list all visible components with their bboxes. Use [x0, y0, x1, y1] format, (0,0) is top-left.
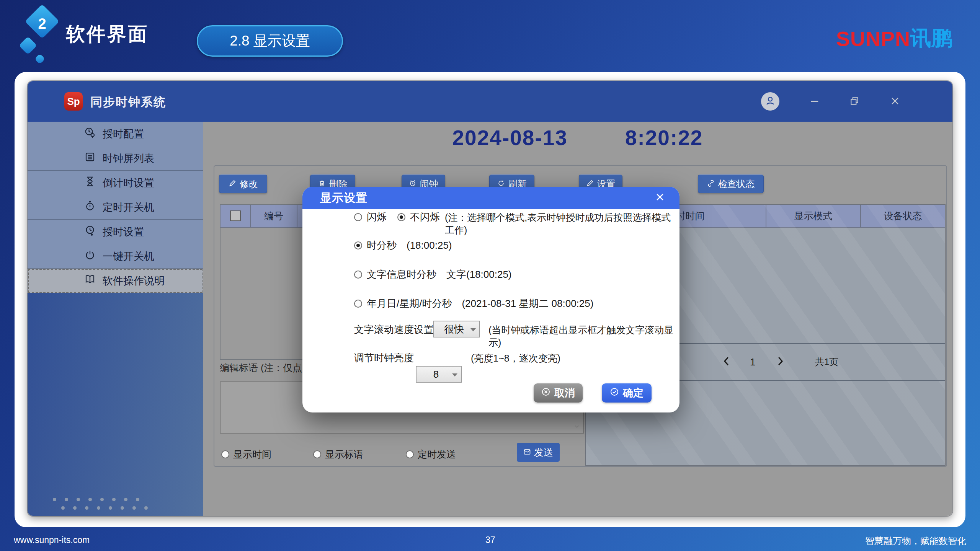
mode-example: (18:00:25)	[407, 240, 452, 251]
minimize-icon	[809, 96, 820, 108]
scroll-speed-note: (当时钟或标语超出显示框才触发文字滚动显示)	[488, 324, 679, 349]
brand-latin: SUNPN	[836, 27, 910, 51]
mode-example: 文字(18:00:25)	[446, 268, 512, 281]
slide-title: 软件界面	[66, 21, 149, 47]
section-number: 2	[30, 11, 54, 36]
datetime-display: 2024-08-13 8:20:22	[203, 126, 952, 150]
scroll-speed-select[interactable]: 很快	[433, 321, 480, 337]
hourglass-icon	[84, 176, 96, 190]
diamond-decoration-small	[34, 54, 45, 64]
send-button[interactable]: 发送	[517, 443, 560, 462]
current-time: 8:20:22	[625, 126, 703, 150]
dots-decoration-row2	[61, 506, 148, 510]
radio-mode-full-date[interactable]: 年月日/星期/时分秒 (2021-08-31 星期二 08:00:25)	[354, 297, 593, 310]
maximize-button[interactable]	[848, 96, 861, 108]
cancel-button[interactable]: 取消	[534, 383, 583, 403]
select-all-cell	[220, 205, 251, 227]
diamond-decoration-medium	[19, 36, 37, 55]
radio-icon	[354, 300, 362, 308]
radio-label: 显示标语	[325, 448, 363, 461]
radio-icon-selected	[397, 213, 405, 221]
sidebar-item-label: 定时开关机	[103, 201, 154, 214]
radio-blink[interactable]: 闪烁	[354, 210, 387, 224]
radio-label: 年月日/星期/时分秒	[367, 297, 452, 310]
radio-icon	[221, 450, 229, 458]
user-avatar-button[interactable]	[761, 92, 779, 111]
dialog-header[interactable]: 显示设置	[302, 187, 679, 209]
check-status-label: 检查状态	[718, 178, 755, 190]
modify-label: 修改	[240, 178, 258, 190]
radio-scheduled-send[interactable]: 定时发送	[406, 448, 456, 461]
brand-cjk: 讯鹏	[910, 24, 952, 52]
column-header-number: 编号	[251, 205, 297, 227]
chapter-badge: 2.8 显示设置	[197, 25, 343, 57]
footer-slogan: 智慧融万物，赋能数智化	[865, 535, 966, 547]
next-page-button[interactable]	[774, 344, 786, 380]
total-pages: 共1页	[815, 344, 838, 380]
edit-icon	[229, 179, 236, 189]
sidebar-item-countdown-settings[interactable]: 倒计时设置	[28, 171, 203, 195]
sidebar-item-label: 授时配置	[103, 127, 144, 141]
link-icon	[707, 179, 715, 189]
footer-website: www.sunpn-its.com	[14, 535, 90, 545]
minimize-button[interactable]	[808, 96, 821, 108]
list-icon	[84, 151, 96, 165]
radio-mode-text-hms[interactable]: 文字信息时分秒 文字(18:00:25)	[354, 268, 512, 281]
clock-gear-icon	[84, 127, 96, 141]
radio-show-time[interactable]: 显示时间	[221, 448, 271, 461]
chevron-right-icon	[774, 355, 786, 368]
caret-down-icon	[452, 373, 457, 377]
blink-note: (注：选择哪个模式,表示时钟授时成功后按照选择模式工作)	[445, 211, 679, 236]
app-title: 同步时钟系统	[90, 94, 166, 110]
power-icon	[84, 249, 96, 263]
radio-mode-hms[interactable]: 时分秒 (18:00:25)	[354, 239, 452, 252]
current-page[interactable]: 1	[750, 344, 755, 380]
sidebar-item-scheduled-power[interactable]: 定时开关机	[28, 195, 203, 220]
radio-label: 闪烁	[367, 210, 387, 224]
dots-decoration-row1	[53, 498, 139, 501]
envelope-icon	[523, 447, 531, 458]
sidebar-item-label: 倒计时设置	[103, 176, 154, 190]
close-icon	[890, 96, 900, 108]
prev-page-button[interactable]	[721, 344, 732, 380]
radio-label: 时分秒	[367, 239, 397, 252]
brightness-value: 8	[433, 368, 439, 380]
dialog-close-button[interactable]	[654, 192, 666, 204]
restore-icon	[849, 96, 859, 108]
sidebar-item-timing-config[interactable]: 授时配置	[28, 122, 203, 146]
scroll-speed-label: 文字滚动速度设置	[354, 323, 434, 336]
brand-logo: SUNPN讯鹏	[836, 24, 952, 52]
sidebar-item-clock-screen-list[interactable]: 时钟屏列表	[28, 146, 203, 171]
radio-label: 不闪烁	[410, 210, 440, 224]
sidebar-item-label: 软件操作说明	[103, 274, 165, 288]
radio-no-blink[interactable]: 不闪烁	[397, 210, 440, 224]
radio-icon	[406, 450, 414, 458]
brightness-note: (亮度1~8，逐次变亮)	[471, 352, 560, 365]
close-button[interactable]	[889, 96, 901, 108]
sidebar-item-one-key-power[interactable]: 一键开关机	[28, 244, 203, 269]
confirm-button[interactable]: 确定	[602, 383, 652, 403]
sidebar-item-timing-settings[interactable]: 授时设置	[28, 220, 203, 244]
cancel-label: 取消	[554, 386, 575, 400]
mode-example: (2021-08-31 星期二 08:00:25)	[462, 297, 593, 310]
sidebar-item-software-manual[interactable]: 软件操作说明	[28, 269, 203, 293]
check-circle-icon	[610, 387, 619, 399]
radio-show-slogan[interactable]: 显示标语	[313, 448, 363, 461]
radio-icon-selected	[354, 241, 362, 249]
current-date: 2024-08-13	[452, 126, 568, 150]
book-icon	[84, 274, 96, 288]
select-all-checkbox[interactable]	[230, 210, 241, 221]
radio-label: 显示时间	[233, 448, 271, 461]
radio-label: 定时发送	[418, 448, 456, 461]
brightness-select[interactable]: 8	[416, 366, 462, 383]
caret-down-icon	[470, 328, 476, 331]
user-icon	[764, 95, 776, 108]
modify-button[interactable]: 修改	[219, 174, 267, 193]
display-settings-dialog: 显示设置 闪烁 不闪烁 (注：选择哪个模式,表示时钟授时成功后按照选择模式工作)…	[302, 187, 679, 412]
chevron-down-icon	[573, 423, 580, 431]
sidebar-item-label: 一键开关机	[103, 249, 154, 263]
sidebar-item-label: 时钟屏列表	[103, 152, 154, 165]
radio-icon	[313, 450, 321, 458]
slide-root: 2 软件界面 2.8 显示设置 SUNPN讯鹏 Sp 同步时钟系统	[0, 0, 980, 551]
check-status-button[interactable]: 检查状态	[698, 174, 764, 193]
